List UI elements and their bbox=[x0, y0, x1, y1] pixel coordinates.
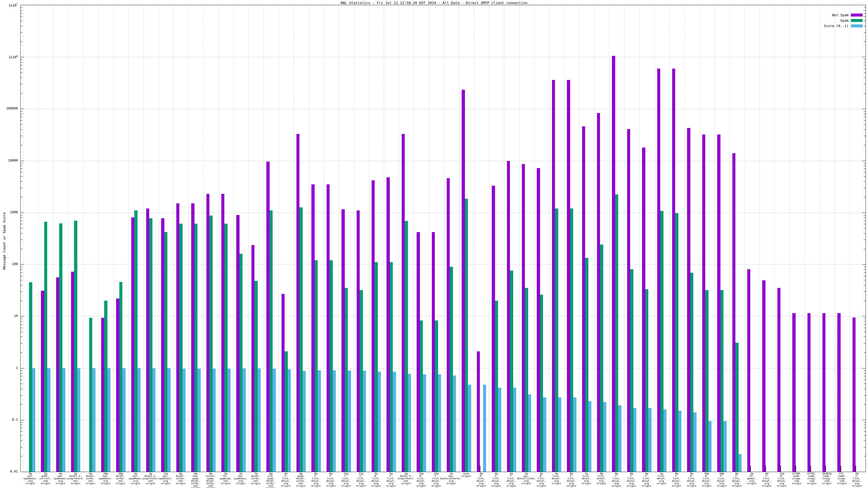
bar-spam bbox=[149, 218, 152, 472]
major-tick bbox=[862, 420, 866, 420]
v-gridline bbox=[444, 5, 444, 472]
v-gridline bbox=[564, 5, 564, 472]
bar-spam bbox=[345, 288, 348, 472]
minor-tick bbox=[864, 425, 866, 425]
bar-not-spam bbox=[777, 288, 781, 472]
bar-score-0-1 bbox=[438, 375, 441, 472]
bar-score-0-1 bbox=[47, 368, 51, 472]
bar-spam bbox=[600, 245, 603, 472]
bar-not-spam bbox=[402, 134, 405, 472]
minor-tick bbox=[864, 428, 866, 428]
v-gridline bbox=[294, 5, 294, 472]
v-gridline bbox=[399, 5, 399, 472]
bar-score-0-1 bbox=[137, 368, 141, 472]
minor-tick bbox=[21, 441, 23, 441]
bar-not-spam bbox=[522, 164, 525, 472]
v-gridline bbox=[670, 5, 670, 472]
bar-spam bbox=[375, 262, 378, 472]
bar-not-spam bbox=[807, 313, 811, 472]
bar-score-0-1 bbox=[513, 388, 517, 472]
bar-not-spam bbox=[823, 313, 826, 472]
bar-score-0-1 bbox=[739, 454, 742, 472]
major-tick bbox=[21, 161, 24, 161]
minor-tick bbox=[21, 166, 23, 166]
bar-score-0-1 bbox=[543, 397, 546, 472]
minor-tick bbox=[21, 389, 23, 389]
v-gridline bbox=[204, 5, 204, 472]
bar-spam bbox=[495, 301, 498, 472]
minor-tick bbox=[21, 343, 23, 344]
bar-not-spam bbox=[447, 178, 450, 472]
minor-tick bbox=[864, 73, 866, 73]
major-tick bbox=[21, 368, 24, 368]
v-gridline bbox=[384, 5, 384, 472]
h-gridline bbox=[21, 161, 866, 161]
minor-tick bbox=[864, 124, 866, 125]
zero-value-marker bbox=[480, 466, 480, 472]
v-gridline bbox=[760, 5, 760, 472]
minor-tick bbox=[864, 215, 866, 215]
minor-tick bbox=[21, 276, 23, 276]
minor-tick bbox=[21, 224, 23, 224]
bar-spam bbox=[44, 222, 48, 472]
bar-not-spam bbox=[146, 208, 150, 472]
minor-tick bbox=[21, 319, 23, 319]
zero-value-marker bbox=[841, 466, 841, 472]
v-gridline bbox=[323, 5, 324, 472]
minor-tick bbox=[21, 124, 23, 125]
bar-score-0-1 bbox=[92, 368, 95, 472]
bar-score-0-1 bbox=[32, 368, 35, 472]
bar-spam bbox=[660, 211, 663, 472]
bar-spam bbox=[224, 224, 227, 472]
zero-value-marker bbox=[796, 466, 796, 472]
bar-not-spam bbox=[582, 126, 585, 472]
minor-tick bbox=[21, 233, 23, 233]
minor-tick bbox=[864, 384, 866, 384]
bar-not-spam bbox=[852, 318, 856, 472]
minor-tick bbox=[864, 32, 866, 33]
bar-score-0-1 bbox=[183, 369, 186, 472]
bar-score-0-1 bbox=[243, 368, 246, 472]
y-tick-label: 1000 bbox=[0, 210, 18, 214]
v-gridline bbox=[68, 5, 69, 472]
v-gridline bbox=[339, 5, 339, 472]
bar-spam bbox=[104, 301, 107, 472]
minor-tick bbox=[21, 332, 23, 332]
v-gridline bbox=[849, 5, 850, 472]
bar-not-spam bbox=[341, 209, 345, 472]
v-gridline bbox=[113, 5, 114, 472]
bar-score-0-1 bbox=[678, 411, 682, 472]
bar-not-spam bbox=[221, 194, 225, 472]
bar-not-spam bbox=[297, 134, 300, 472]
minor-tick bbox=[21, 249, 23, 249]
minor-tick bbox=[864, 269, 866, 270]
bar-spam bbox=[89, 318, 93, 472]
legend-label: Spam bbox=[840, 19, 848, 23]
bar-score-0-1 bbox=[318, 370, 321, 472]
v-gridline bbox=[609, 5, 610, 472]
minor-tick bbox=[21, 172, 23, 172]
bar-not-spam bbox=[236, 215, 240, 472]
minor-tick bbox=[21, 328, 23, 328]
minor-tick bbox=[864, 301, 866, 301]
bar-not-spam bbox=[161, 218, 164, 472]
v-gridline bbox=[83, 5, 84, 472]
v-gridline bbox=[264, 5, 264, 472]
legend: Not Spam Spam Score (0..1) bbox=[824, 12, 863, 29]
v-gridline bbox=[53, 5, 54, 472]
minor-tick bbox=[21, 59, 23, 60]
bar-not-spam bbox=[597, 113, 600, 472]
v-gridline bbox=[128, 5, 129, 472]
zero-value-marker bbox=[810, 466, 811, 472]
minor-tick bbox=[21, 267, 23, 267]
minor-tick bbox=[864, 343, 866, 344]
minor-tick bbox=[21, 77, 23, 78]
spam-swatch bbox=[851, 19, 863, 22]
bar-not-spam bbox=[792, 313, 796, 472]
minor-tick bbox=[864, 111, 866, 111]
y-tick-label: 10 bbox=[0, 314, 18, 318]
minor-tick bbox=[21, 301, 23, 301]
zero-value-marker bbox=[750, 466, 751, 472]
bar-score-0-1 bbox=[588, 401, 592, 472]
not-spam-swatch bbox=[851, 13, 863, 17]
